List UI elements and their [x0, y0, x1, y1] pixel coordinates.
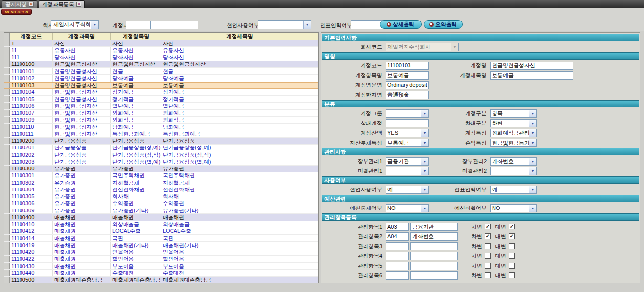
- dropdown[interactable]: 항목▼: [490, 109, 537, 118]
- tab-notice[interactable]: 공지사항 ×: [2, 0, 37, 8]
- grid-row[interactable]: 11100110현금및현금성자산당좌예금당좌예금: [4, 124, 318, 130]
- grid-row[interactable]: 11100440매출채권수출대전수출대전: [4, 270, 318, 276]
- column-header[interactable]: 계정세목명: [161, 33, 318, 40]
- grid-row[interactable]: 11100105현금및현금성자산정기적금정기적금: [4, 96, 318, 103]
- grid-row[interactable]: 11100430매출채권부도어음부도어음: [4, 263, 318, 270]
- debit-checkbox[interactable]: ✓: [485, 233, 491, 239]
- row-gutter-cell[interactable]: [4, 103, 10, 109]
- field-use-select[interactable]: ▼: [258, 20, 311, 29]
- column-header[interactable]: 계정과목명: [53, 33, 111, 40]
- text-input[interactable]: [386, 262, 409, 270]
- debit-checkbox[interactable]: [485, 253, 491, 259]
- row-gutter-cell[interactable]: [4, 193, 10, 200]
- grid-row[interactable]: 11100103현금및현금성자산보통예금보통예금: [4, 82, 318, 89]
- grid-row[interactable]: 11유동자산유동자산유동자산: [4, 47, 318, 54]
- row-gutter-cell[interactable]: [4, 249, 10, 255]
- text-input[interactable]: [410, 271, 458, 280]
- dropdown[interactable]: 예▼: [490, 186, 537, 194]
- dropdown[interactable]: YES▼: [386, 129, 429, 137]
- row-gutter-cell[interactable]: [4, 40, 10, 46]
- row-gutter-cell[interactable]: [4, 200, 10, 207]
- row-gutter-cell[interactable]: [4, 270, 10, 276]
- row-gutter-cell[interactable]: [4, 145, 10, 151]
- grid-row[interactable]: 11100309유가증권유가증권(기타)유가증권(기타): [4, 207, 318, 214]
- detail-print-button[interactable]: 상세출력: [380, 20, 422, 29]
- grid-row[interactable]: 11100420매출채권받을어음받을어음: [4, 249, 318, 256]
- row-gutter-cell[interactable]: [4, 83, 10, 88]
- dropdown[interactable]: ▼: [386, 109, 429, 118]
- grid-row[interactable]: 11100102현금및현금성자산당좌예금당좌예금: [4, 75, 318, 82]
- row-gutter-cell[interactable]: [4, 124, 10, 130]
- text-input[interactable]: 普通預金: [386, 91, 429, 99]
- dropdown[interactable]: 차변▼: [490, 119, 537, 127]
- menu-open-button[interactable]: MENU OPEN: [1, 9, 32, 15]
- row-gutter-cell[interactable]: [4, 75, 10, 81]
- grid-row[interactable]: 11100200단기금융상품단기금융상품단기금융상품: [4, 138, 318, 145]
- dropdown[interactable]: 보통예금▼: [386, 139, 429, 147]
- row-gutter-cell[interactable]: [4, 242, 10, 248]
- row-gutter-cell[interactable]: [4, 256, 10, 262]
- grid-row[interactable]: 11100410매출채권외상매출금외상매출금: [4, 221, 318, 228]
- row-gutter-cell[interactable]: [4, 186, 10, 192]
- grid-row[interactable]: 11100201단기금융상품단기금융상품(정,예)단기금융상품(정,예): [4, 145, 318, 151]
- grid-row[interactable]: 11100400매출채권매출채권매출채권: [4, 214, 318, 221]
- dropdown[interactable]: 현금및현금등가물▼: [490, 139, 537, 147]
- row-gutter-cell[interactable]: [4, 130, 10, 137]
- text-input[interactable]: [386, 119, 429, 127]
- grid-row[interactable]: 11100106현금및현금성자산별단예금별단예금: [4, 103, 318, 109]
- text-input[interactable]: Ordinary deposit: [386, 81, 429, 89]
- text-input[interactable]: 보통예금: [490, 71, 573, 80]
- text-input[interactable]: [410, 262, 458, 270]
- row-gutter-cell[interactable]: [4, 54, 10, 61]
- grid-row[interactable]: 11100101현금및현금성자산현금현금: [4, 68, 318, 75]
- credit-checkbox[interactable]: ✓: [509, 224, 515, 229]
- grid-row[interactable]: 11100306유가증권수익증권수익증권: [4, 200, 318, 207]
- grid-row[interactable]: 11100302유가증권지하철공채지하철공채: [4, 179, 318, 186]
- row-gutter-cell[interactable]: [4, 179, 10, 186]
- summary-print-button[interactable]: 요약출력: [424, 20, 463, 29]
- text-input[interactable]: 보통예금: [386, 71, 429, 80]
- text-input[interactable]: A03: [386, 223, 409, 231]
- dropdown[interactable]: ▼: [490, 167, 537, 175]
- grid-row[interactable]: 11100300유가증권유가증권유가증권: [4, 166, 318, 172]
- grid-row[interactable]: 11100500매출채권대손충당금매출채권대손충당금매출채권대손충당금: [4, 277, 318, 284]
- row-gutter-cell[interactable]: [4, 172, 10, 179]
- row-gutter-cell[interactable]: [4, 47, 10, 53]
- row-gutter-cell[interactable]: [4, 235, 10, 241]
- close-icon[interactable]: ×: [29, 2, 34, 7]
- row-gutter-cell[interactable]: [4, 89, 10, 95]
- dropdown[interactable]: 계좌번호▼: [490, 157, 537, 166]
- text-input[interactable]: 현금및현금성자산: [490, 62, 573, 70]
- debit-checkbox[interactable]: [485, 243, 491, 249]
- tab-account-registration[interactable]: 계정과목등록 ×: [39, 0, 85, 8]
- text-input[interactable]: [410, 242, 458, 250]
- grid-row[interactable]: 11100304유가증권전신전화채권전신전화채권: [4, 186, 318, 193]
- dropdown[interactable]: 예▼: [386, 186, 429, 194]
- credit-checkbox[interactable]: [509, 253, 515, 259]
- row-gutter-cell[interactable]: [4, 166, 10, 172]
- row-gutter-cell[interactable]: [4, 138, 10, 144]
- grid-row[interactable]: 11100419매출채권매출채권(기타)매출채권(기타): [4, 242, 318, 249]
- row-gutter-cell[interactable]: [4, 263, 10, 269]
- close-icon[interactable]: ×: [76, 2, 81, 7]
- dropdown[interactable]: 제일저지주식회사▼: [386, 43, 459, 51]
- dropdown[interactable]: 금융기관▼: [386, 157, 429, 166]
- grid-row[interactable]: 11100305유가증권회사채회사채: [4, 193, 318, 200]
- text-input[interactable]: 계좌번호: [410, 232, 458, 241]
- row-gutter-cell[interactable]: [4, 221, 10, 228]
- row-gutter-cell[interactable]: [4, 61, 10, 67]
- text-input[interactable]: [410, 252, 458, 260]
- row-gutter-cell[interactable]: [4, 214, 10, 220]
- row-gutter-cell[interactable]: [4, 277, 10, 283]
- row-gutter-cell[interactable]: [4, 96, 10, 102]
- row-gutter-cell[interactable]: [4, 158, 10, 165]
- debit-checkbox[interactable]: [485, 263, 491, 269]
- grid-row[interactable]: 11100100현금및현금성자산현금및현금성자산현금및현금성자산: [4, 61, 318, 68]
- grid-row[interactable]: 11100414매출채권국판국판: [4, 235, 318, 242]
- grid-row[interactable]: 11100412매출채권LOCAL수출LOCAL수출: [4, 228, 318, 235]
- dropdown[interactable]: NO▼: [386, 204, 429, 212]
- text-input[interactable]: [386, 271, 409, 280]
- grid-row[interactable]: 11100203단기금융상품단기금융상품(별,예)단기금융상품(별,예): [4, 158, 318, 165]
- row-gutter-cell[interactable]: [4, 151, 10, 158]
- company-select[interactable]: 제일저지주식회사 ▼: [51, 20, 99, 29]
